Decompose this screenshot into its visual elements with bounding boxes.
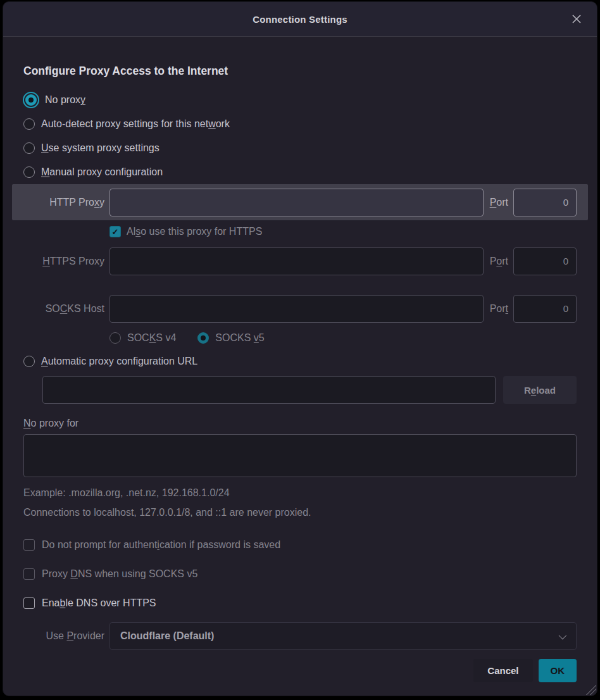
https-port-label: Port	[490, 256, 508, 267]
close-icon	[571, 13, 582, 25]
proxy-dns-row[interactable]: Proxy DNS when using SOCKS v5	[23, 563, 577, 585]
http-port-label: Port	[490, 197, 508, 208]
socks-version-row: SOCKS v4 SOCKS v5	[109, 327, 577, 349]
enable-doh-row[interactable]: Enable DNS over HTTPS	[23, 592, 577, 615]
enable-doh-checkbox[interactable]	[23, 597, 35, 609]
dialog-title: Connection Settings	[253, 14, 347, 25]
doh-provider-row: Use Provider Cloudflare (Default)	[23, 622, 577, 650]
http-port-input[interactable]	[513, 189, 577, 216]
socks-port-input[interactable]	[513, 295, 577, 323]
socks-host-input[interactable]	[109, 295, 484, 323]
radio-system-proxy[interactable]: Use system proxy settings	[23, 136, 577, 160]
ok-button[interactable]: OK	[539, 659, 577, 682]
connection-settings-dialog: Connection Settings Configure Proxy Acce…	[3, 1, 597, 696]
radio-no-proxy[interactable]: No proxy	[23, 88, 577, 112]
radio-auto-url[interactable]: Automatic proxy configuration URL	[23, 349, 577, 373]
cancel-button[interactable]: Cancel	[473, 659, 532, 682]
no-auth-prompt-label[interactable]: Do not prompt for authentication if pass…	[42, 539, 280, 551]
dialog-titlebar: Connection Settings	[3, 2, 597, 37]
close-button[interactable]	[568, 10, 585, 28]
radio-label-manual-proxy[interactable]: Manual proxy configuration	[41, 166, 163, 178]
https-proxy-row: HTTPS Proxy Port	[12, 243, 588, 279]
proxy-dns-label[interactable]: Proxy DNS when using SOCKS v5	[42, 568, 197, 580]
https-proxy-label: HTTPS Proxy	[23, 256, 104, 267]
radio-label-socks-v5[interactable]: SOCKS v5	[215, 332, 264, 344]
socks-host-row: SOCKS Host Port	[12, 291, 588, 327]
reload-button[interactable]: Reload	[503, 376, 577, 404]
auto-url-input[interactable]	[42, 376, 496, 404]
radio-button-socks-v5[interactable]	[197, 332, 209, 344]
radio-button-no-proxy[interactable]	[25, 94, 37, 106]
socks-port-label: Port	[490, 303, 508, 315]
provider-select[interactable]: Cloudflare (Default)	[109, 622, 577, 650]
page-title: Configure Proxy Access to the Internet	[23, 65, 577, 78]
socks-host-label: SOCKS Host	[23, 303, 104, 315]
proxy-dns-checkbox[interactable]	[23, 568, 35, 580]
http-proxy-input[interactable]	[109, 189, 484, 216]
radio-button-manual-proxy[interactable]	[23, 166, 35, 178]
radio-label-auto-url[interactable]: Automatic proxy configuration URL	[41, 356, 197, 367]
dialog-footer: Cancel OK	[23, 659, 577, 682]
radio-socks-v4[interactable]: SOCKS v4	[109, 332, 176, 344]
http-proxy-row: HTTP Proxy Port	[12, 184, 588, 220]
also-https-row[interactable]: ✓ Also use this proxy for HTTPS	[109, 220, 577, 243]
provider-selected-value: Cloudflare (Default)	[120, 630, 214, 642]
enable-doh-label[interactable]: Enable DNS over HTTPS	[42, 597, 156, 609]
chevron-down-icon	[559, 631, 567, 639]
no-proxy-for-textarea[interactable]	[23, 434, 577, 477]
radio-label-auto-detect[interactable]: Auto-detect proxy settings for this netw…	[41, 118, 230, 130]
radio-button-socks-v4[interactable]	[109, 332, 121, 344]
radio-label-no-proxy[interactable]: No proxy	[45, 94, 85, 106]
radio-button-auto-url[interactable]	[23, 356, 35, 367]
also-https-label[interactable]: Also use this proxy for HTTPS	[127, 226, 262, 237]
radio-button-system-proxy[interactable]	[23, 142, 35, 154]
http-proxy-label: HTTP Proxy	[23, 197, 104, 208]
https-port-input[interactable]	[513, 247, 577, 275]
no-proxy-example-text: Example: .mozilla.org, .net.nz, 192.168.…	[23, 487, 577, 499]
auto-url-row: Reload	[23, 376, 577, 404]
radio-auto-detect[interactable]: Auto-detect proxy settings for this netw…	[23, 112, 577, 136]
use-provider-label: Use Provider	[23, 630, 104, 642]
radio-label-socks-v4[interactable]: SOCKS v4	[127, 332, 176, 344]
localhost-note-text: Connections to localhost, 127.0.0.1/8, a…	[23, 507, 577, 518]
check-icon: ✓	[112, 227, 119, 237]
no-proxy-for-label: No proxy for	[23, 418, 577, 429]
no-auth-prompt-checkbox[interactable]	[23, 539, 35, 551]
also-https-checkbox[interactable]: ✓	[109, 226, 121, 237]
https-proxy-input[interactable]	[109, 247, 484, 275]
radio-button-auto-detect[interactable]	[23, 118, 35, 130]
radio-socks-v5[interactable]: SOCKS v5	[197, 332, 264, 344]
radio-manual-proxy[interactable]: Manual proxy configuration	[23, 160, 577, 184]
radio-label-system-proxy[interactable]: Use system proxy settings	[41, 142, 159, 154]
no-auth-prompt-row[interactable]: Do not prompt for authentication if pass…	[23, 534, 577, 556]
dialog-content: Configure Proxy Access to the Internet N…	[3, 37, 597, 696]
